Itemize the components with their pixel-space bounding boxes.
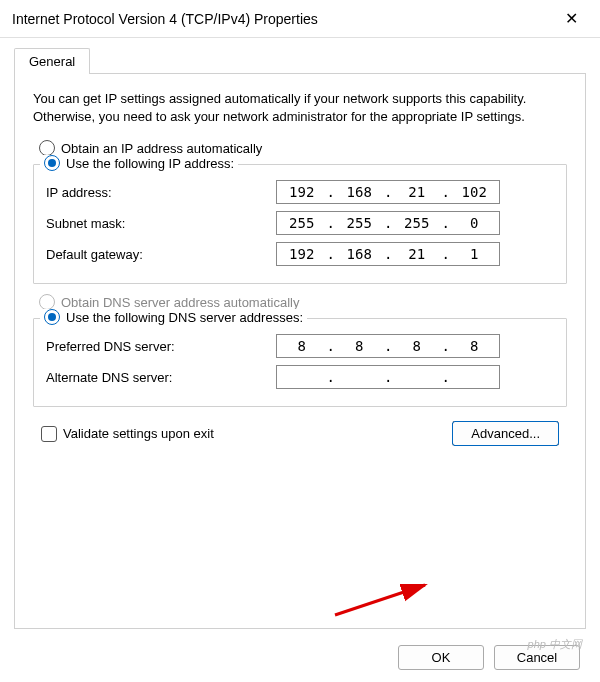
label-ip-address: IP address: [46,185,276,200]
tab-general[interactable]: General [14,48,90,74]
radio-label: Obtain an IP address automatically [61,141,262,156]
ip-octet: 1 [450,246,500,262]
tab-panel-general: You can get IP settings assigned automat… [14,73,586,629]
advanced-button[interactable]: Advanced... [452,421,559,446]
ip-octet: 0 [450,215,500,231]
ip-octet: 255 [392,215,442,231]
label-alternate-dns: Alternate DNS server: [46,370,276,385]
input-ip-address[interactable]: 192. 168. 21. 102 [276,180,500,204]
radio-obtain-ip-auto[interactable]: Obtain an IP address automatically [39,140,571,156]
ip-octet: 168 [335,246,385,262]
ip-octet: 21 [392,184,442,200]
tabstrip: General [14,48,586,74]
label-subnet-mask: Subnet mask: [46,216,276,231]
ip-octet: 8 [450,338,500,354]
group-ip-manual: Use the following IP address: IP address… [33,164,567,284]
radio-label: Obtain DNS server address automatically [61,295,299,310]
checkbox-validate-on-exit[interactable]: Validate settings upon exit [41,426,214,442]
watermark-text: php 中文网 [528,637,582,652]
titlebar: Internet Protocol Version 4 (TCP/IPv4) P… [0,0,600,38]
ip-octet: 192 [277,184,327,200]
ip-octet: 8 [335,338,385,354]
ip-octet: 21 [392,246,442,262]
radio-icon [44,155,60,171]
radio-icon [39,140,55,156]
ip-octet: 8 [277,338,327,354]
input-alternate-dns[interactable]: . . . [276,365,500,389]
radio-use-dns-manual[interactable]: Use the following DNS server addresses: [40,309,307,325]
input-subnet-mask[interactable]: 255. 255. 255. 0 [276,211,500,235]
ip-octet: 168 [335,184,385,200]
radio-icon [39,294,55,310]
window-title: Internet Protocol Version 4 (TCP/IPv4) P… [12,11,555,27]
ip-octet: 192 [277,246,327,262]
radio-label: Use the following IP address: [66,156,234,171]
label-preferred-dns: Preferred DNS server: [46,339,276,354]
radio-label: Use the following DNS server addresses: [66,310,303,325]
radio-obtain-dns-auto: Obtain DNS server address automatically [39,294,571,310]
group-dns-manual: Use the following DNS server addresses: … [33,318,567,407]
ip-octet: 255 [277,215,327,231]
checkbox-label: Validate settings upon exit [63,426,214,441]
input-preferred-dns[interactable]: 8. 8. 8. 8 [276,334,500,358]
radio-icon [44,309,60,325]
label-default-gateway: Default gateway: [46,247,276,262]
ok-button[interactable]: OK [398,645,484,670]
input-default-gateway[interactable]: 192. 168. 21. 1 [276,242,500,266]
close-icon[interactable]: ✕ [555,5,588,32]
ip-octet: 255 [335,215,385,231]
description-text: You can get IP settings assigned automat… [33,90,567,126]
ip-octet: 102 [450,184,500,200]
radio-use-ip-manual[interactable]: Use the following IP address: [40,155,238,171]
ip-octet: 8 [392,338,442,354]
checkbox-icon [41,426,57,442]
